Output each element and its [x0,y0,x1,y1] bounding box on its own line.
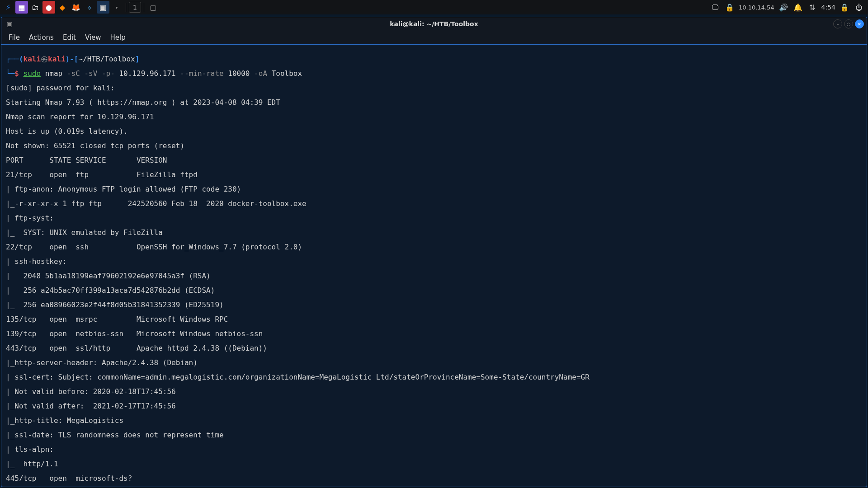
volume-icon[interactable]: 🔊 [778,1,789,14]
menu-file[interactable]: File [5,32,24,43]
output-line: 22/tcp open ssh OpenSSH for_Windows_7.7 … [6,244,862,251]
terminal-window: ▣ kali@kali: ~/HTB/Toolbox – ○ ✕ File Ac… [1,17,867,487]
minimize-button[interactable]: – [833,19,842,28]
output-line: | ftp-syst: [6,215,862,222]
output-line: Not shown: 65521 closed tcp ports (reset… [6,142,862,150]
power-icon[interactable]: ⏻ [854,1,864,14]
output-line: PORT STATE SERVICE VERSION [6,157,862,164]
command-line: └─$ sudo nmap -sC -sV -p- 10.129.96.171 … [6,70,862,77]
output-line: 139/tcp open netbios-ssn Microsoft Windo… [6,330,862,338]
file-manager-icon[interactable]: 🗂 [29,1,42,14]
system-tray: 🖵 🔒 10.10.14.54 🔊 🔔 ⇅ 4:54 🔒 ⏻ [710,1,864,14]
output-line: | Not valid before: 2020-02-18T17:45:56 [6,388,862,395]
lock-icon[interactable]: 🔒 [839,1,850,14]
add-workspace-icon[interactable]: ▢ [147,1,160,14]
clock: 4:54 [821,4,835,11]
output-line: 443/tcp open ssl/http Apache httpd 2.4.3… [6,345,862,352]
output-line: |_ http/1.1 [6,460,862,468]
output-line: [sudo] password for kali: [6,84,862,92]
menubar: File Actions Edit View Help [1,31,867,44]
output-line: 135/tcp open msrpc Microsoft Windows RPC [6,316,862,323]
vscode-icon[interactable]: ⟐ [83,1,96,14]
output-line: | ssh-hostkey: [6,258,862,265]
network-icon[interactable]: ⇅ [807,1,818,14]
burpsuite-icon[interactable]: ◆ [56,1,69,14]
menu-actions[interactable]: Actions [25,32,57,43]
output-line: | 2048 5b1aa18199eaf79602192e6e97045a3f … [6,272,862,280]
output-line: Starting Nmap 7.93 ( https://nmap.org ) … [6,99,862,106]
titlebar[interactable]: ▣ kali@kali: ~/HTB/Toolbox – ○ ✕ [1,17,867,31]
output-line: |_Not valid after: 2021-02-17T17:45:56 [6,403,862,410]
output-line: |_http-server-header: Apache/2.4.38 (Deb… [6,359,862,366]
output-line: |_ SYST: UNIX emulated by FileZilla [6,229,862,236]
kali-menu-icon[interactable]: ⚡ [2,1,14,14]
menu-view[interactable]: View [81,32,105,43]
vpn-ip: 10.10.14.54 [739,4,774,11]
output-line: |_-r-xr-xr-x 1 ftp ftp 242520560 Feb 18 … [6,200,862,207]
separator [144,3,144,12]
output-line: | tls-alpn: [6,446,862,453]
output-line: 21/tcp open ftp FileZilla ftpd [6,171,862,178]
workspace-indicator[interactable]: 1 [129,2,141,13]
prompt-line-1: ┌──(kali㉿kali)-[~/HTB/Toolbox] [6,56,862,63]
output-line: | ssl-cert: Subject: commonName=admin.me… [6,374,862,381]
output-line: |_ssl-date: TLS randomness does not repr… [6,432,862,439]
maximize-button[interactable]: ○ [844,19,853,28]
window-title: kali@kali: ~/HTB/Toolbox [390,20,478,28]
notification-icon[interactable]: 🔔 [793,1,803,14]
separator [126,3,126,12]
output-line: Host is up (0.019s latency). [6,128,862,135]
menu-help[interactable]: Help [107,32,129,43]
vpn-lock-icon[interactable]: 🔒 [724,1,735,14]
output-line: Nmap scan report for 10.129.96.171 [6,113,862,121]
output-line: | ftp-anon: Anonymous FTP login allowed … [6,186,862,193]
output-line: |_ 256 ea08966023e2f44f8d05b31841352339 … [6,301,862,309]
terminal-icon[interactable]: ▣ [97,1,109,14]
output-line: | 256 a24b5ac70ff399a13aca7d542876b2dd (… [6,287,862,294]
desktop-switcher-icon[interactable]: ▦ [15,1,28,14]
menu-edit[interactable]: Edit [59,32,80,43]
dropdown-arrow-icon[interactable]: ▾ [110,1,123,14]
close-button[interactable]: ✕ [855,19,864,28]
terminal-content[interactable]: ┌──(kali㉿kali)-[~/HTB/Toolbox] └─$ sudo … [1,44,867,487]
window-menu-icon[interactable]: ▣ [4,19,15,29]
display-icon[interactable]: 🖵 [710,1,721,14]
firefox-icon[interactable]: 🦊 [70,1,82,14]
output-line: 445/tcp open microsoft-ds? [6,475,862,482]
taskbar: ⚡ ▦ 🗂 ● ◆ 🦊 ⟐ ▣ ▾ 1 ▢ 🖵 🔒 10.10.14.54 🔊 … [0,0,868,14]
output-line: |_http-title: MegaLogistics [6,417,862,424]
cherrytree-icon[interactable]: ● [42,1,55,14]
